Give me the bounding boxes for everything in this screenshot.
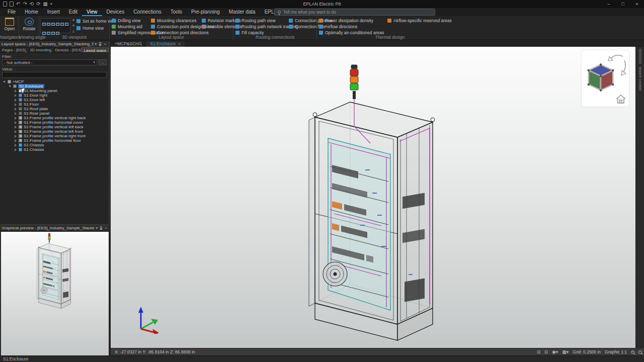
- tree-item[interactable]: S1:Frame profile vertical left back: [0, 125, 109, 129]
- qat-dropdown-icon[interactable]: ▾: [50, 1, 52, 8]
- tab-close-icon[interactable]: ×: [178, 42, 181, 46]
- graphic-scale[interactable]: Graphic 1:1: [605, 349, 627, 354]
- enclosure-3d-model[interactable]: [303, 63, 450, 348]
- globe-icon[interactable]: ◉▾: [552, 349, 558, 355]
- tree-item[interactable]: S1:Rear panel: [0, 111, 109, 116]
- tab-s1-enclosure[interactable]: S1:Enclosure×: [146, 41, 185, 47]
- tree-expand-icon[interactable]: [14, 94, 17, 97]
- viewpoint-cube-icon[interactable]: [42, 23, 46, 26]
- redo-icon[interactable]: ↷: [23, 1, 27, 8]
- tree-item[interactable]: S1:Roof plate: [0, 107, 109, 111]
- preview-pin-icon[interactable]: [100, 226, 102, 230]
- panel-dropdown-icon[interactable]: ▾: [94, 42, 98, 46]
- tree-item[interactable]: +MCP: [0, 79, 109, 84]
- tree-expand-icon[interactable]: [14, 99, 17, 102]
- undo-icon[interactable]: ↶: [16, 1, 20, 8]
- new-page-icon[interactable]: [3, 2, 7, 7]
- minimize-button[interactable]: –: [602, 0, 616, 8]
- tree-expand-icon[interactable]: [14, 117, 17, 120]
- tree-expand-icon[interactable]: [9, 85, 12, 88]
- tab-mcp-sch[interactable]: +MCP&SCH/1: [111, 41, 146, 47]
- tree-expand-icon[interactable]: [14, 148, 17, 151]
- menu-tab[interactable]: Master data: [224, 8, 260, 16]
- tree-item[interactable]: S1:Door left: [0, 98, 109, 102]
- navigator-tab[interactable]: Devices - [EES]_In...: [53, 47, 81, 52]
- menu-tab[interactable]: Tools: [166, 8, 187, 16]
- layout-space-3d-view[interactable]: Insert center: [111, 47, 644, 348]
- tree-item[interactable]: S1:Frame profile vertical left front: [0, 129, 109, 134]
- tree-expand-icon[interactable]: [14, 126, 17, 129]
- menu-tab[interactable]: Devices: [102, 8, 129, 16]
- object-snap-icon[interactable]: Ω: [544, 349, 548, 355]
- menu-tab[interactable]: Connections: [129, 8, 166, 16]
- home-icon[interactable]: [615, 94, 627, 105]
- open-page-icon[interactable]: [10, 2, 14, 7]
- viewpoint-gallery[interactable]: [40, 18, 70, 33]
- tree-expand-icon[interactable]: [14, 130, 17, 133]
- airflow-directions-button[interactable]: Airflow directions: [319, 24, 384, 29]
- tree-item[interactable]: S1:Chassis: [0, 147, 109, 152]
- table-icon[interactable]: ▦: [43, 1, 48, 8]
- grid-icon[interactable]: ▦▾: [562, 349, 569, 355]
- close-button[interactable]: ×: [630, 0, 644, 8]
- tree-expand-icon[interactable]: [14, 144, 17, 147]
- menu-tab[interactable]: File: [3, 8, 20, 16]
- viewpoint-cube-icon[interactable]: [60, 23, 64, 26]
- navigator-tab[interactable]: Pages - [EES]_Ind...: [0, 47, 28, 52]
- tree-item[interactable]: S1:Frame profile horizontal cover: [0, 120, 109, 125]
- insert-center-strip[interactable]: Insert center: [635, 47, 644, 348]
- tree-item[interactable]: S1:Chassis: [0, 143, 109, 147]
- preview-canvas[interactable]: [1, 232, 109, 361]
- grid-setting[interactable]: Grid: 0.2500 in: [573, 349, 601, 354]
- zoom-in-icon[interactable]: +: [631, 350, 634, 354]
- tree-expand-icon[interactable]: [14, 108, 17, 111]
- pin-icon[interactable]: [99, 42, 101, 46]
- navigation-cube-panel[interactable]: [582, 50, 629, 107]
- power-dissipation-density-button[interactable]: Power dissipation density: [319, 18, 384, 23]
- refresh-icon[interactable]: ⟲: [30, 1, 34, 8]
- preview-close-icon[interactable]: ×: [104, 226, 108, 230]
- viewpoint-cube-icon[interactable]: [47, 23, 50, 26]
- tree-expand-icon[interactable]: [14, 112, 17, 115]
- rotate-button[interactable]: Rotate: [21, 18, 38, 31]
- tree-item[interactable]: S1:Frame profile vertical right back: [0, 116, 109, 120]
- gallery-scroll[interactable]: ▲▼≡: [71, 18, 75, 33]
- viewpoint-cube-icon[interactable]: [65, 23, 68, 26]
- tree-item[interactable]: S1:Frame profile horizontal floor: [0, 138, 109, 143]
- preview-dropdown-icon[interactable]: ▾: [95, 226, 99, 230]
- tree-expand-icon[interactable]: [14, 89, 17, 93]
- menu-tab[interactable]: Home: [20, 8, 43, 16]
- navigator-tab[interactable]: Layout space - [E...: [82, 47, 109, 52]
- viewpoint-cube-icon[interactable]: [51, 23, 55, 26]
- open-navigator-button[interactable]: Open: [1, 18, 18, 31]
- airflow-specific-reserved-areas-button[interactable]: Airflow-specific reserved areas: [387, 18, 452, 23]
- search-input[interactable]: Tell me what you want to do: [274, 9, 435, 16]
- viewpoint-cube-icon[interactable]: [56, 23, 59, 26]
- maximize-button[interactable]: □: [616, 0, 630, 8]
- menu-tab[interactable]: Pre-planning: [187, 8, 224, 16]
- tree-expand-icon[interactable]: [14, 139, 17, 142]
- strip-scroll-thumb[interactable]: [639, 49, 641, 64]
- panel-close-icon[interactable]: ×: [103, 42, 107, 46]
- menu-tab[interactable]: View: [82, 8, 102, 16]
- snap-icon[interactable]: Ω: [537, 349, 540, 355]
- tree-item[interactable]: S1:Enclosure: [0, 84, 109, 88]
- value-input[interactable]: [2, 72, 107, 78]
- navigator-tab[interactable]: 3D mounting lay...: [28, 47, 53, 52]
- tree-expand-icon[interactable]: [3, 80, 6, 83]
- tree-expand-icon[interactable]: [14, 121, 17, 124]
- tree-item[interactable]: S1:Door right: [0, 93, 109, 98]
- filter-select[interactable]: - Not activated - ▾: [2, 59, 97, 65]
- zoom-out-icon[interactable]: −: [638, 350, 642, 354]
- tree-expand-icon[interactable]: [14, 103, 17, 106]
- filter-more-button[interactable]: ...: [99, 59, 107, 65]
- tree-item[interactable]: S1:Mounting panel: [0, 88, 109, 93]
- menu-tab[interactable]: Edit: [64, 8, 82, 16]
- tree-item-icon: [19, 112, 22, 115]
- repeat-icon[interactable]: ⟳: [36, 1, 40, 8]
- tree-item[interactable]: S1:Frame profile vertical right front: [0, 134, 109, 138]
- tree-expand-icon[interactable]: [14, 135, 17, 138]
- rotate-arrows-icon[interactable]: [608, 51, 628, 79]
- tree-item[interactable]: S1:Floor: [0, 102, 109, 107]
- menu-tab[interactable]: Insert: [43, 8, 64, 16]
